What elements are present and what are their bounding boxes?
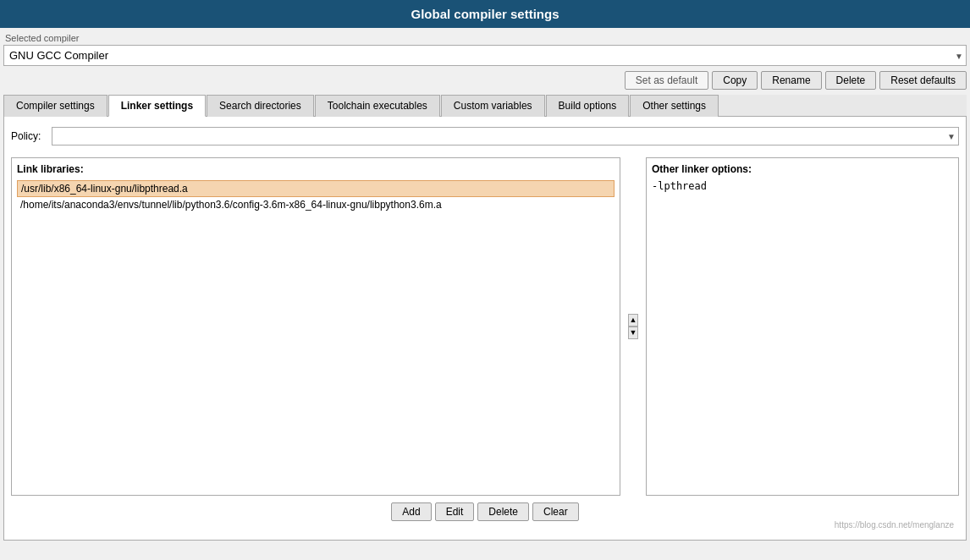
policy-label: Policy: [11, 130, 45, 142]
link-libraries-list: /usr/lib/x86_64-linux-gnu/libpthread.a /… [17, 180, 615, 490]
toolbar-buttons: Set as default Copy Rename Delete Reset … [3, 71, 967, 90]
splitter-up-button[interactable]: ▲ [628, 314, 639, 327]
content-area: Policy: ▼ Link libraries: /usr/lib/x86_6… [3, 117, 967, 541]
policy-row: Policy: ▼ [11, 124, 959, 149]
tab-build-options[interactable]: Build options [546, 95, 630, 117]
tab-compiler-settings[interactable]: Compiler settings [3, 95, 107, 117]
tabs-bar: Compiler settings Linker settings Search… [3, 95, 967, 117]
tab-search-directories[interactable]: Search directories [207, 95, 314, 117]
bottom-buttons: Add Edit Delete Clear [11, 502, 959, 521]
other-linker-textarea[interactable] [652, 180, 953, 490]
delete-lib-button[interactable]: Delete [477, 502, 529, 521]
left-panel: Link libraries: /usr/lib/x86_64-linux-gn… [11, 157, 620, 496]
main-content: Selected compiler GNU GCC CompilerMSVCCl… [0, 28, 970, 544]
add-button[interactable]: Add [391, 502, 431, 521]
right-panel: Other linker options: [646, 157, 959, 496]
panels: Link libraries: /usr/lib/x86_64-linux-gn… [11, 157, 959, 496]
list-item[interactable]: /home/its/anaconda3/envs/tunnel/lib/pyth… [17, 197, 615, 212]
selected-compiler-label: Selected compiler [5, 33, 967, 43]
tab-other-settings[interactable]: Other settings [630, 95, 719, 117]
link-libraries-title: Link libraries: [17, 163, 615, 175]
compiler-select-wrapper: GNU GCC CompilerMSVCClang ▼ [3, 45, 967, 66]
policy-select-wrapper: ▼ [52, 127, 959, 145]
edit-button[interactable]: Edit [435, 502, 475, 521]
policy-select[interactable] [52, 127, 959, 145]
clear-button[interactable]: Clear [532, 502, 579, 521]
reset-defaults-button[interactable]: Reset defaults [879, 71, 967, 90]
copy-button[interactable]: Copy [712, 71, 758, 90]
splitter[interactable]: ▲ ▼ [627, 157, 639, 496]
compiler-row: GNU GCC CompilerMSVCClang ▼ [3, 45, 967, 66]
list-item[interactable]: /usr/lib/x86_64-linux-gnu/libpthread.a [17, 180, 615, 197]
compiler-select[interactable]: GNU GCC CompilerMSVCClang [3, 45, 967, 66]
rename-button[interactable]: Rename [761, 71, 821, 90]
title-bar: Global compiler settings [0, 0, 970, 28]
set-default-button[interactable]: Set as default [625, 71, 708, 90]
tab-linker-settings[interactable]: Linker settings [108, 95, 206, 117]
tab-custom-variables[interactable]: Custom variables [441, 95, 545, 117]
delete-button[interactable]: Delete [825, 71, 877, 90]
watermark: https://blog.csdn.net/menglanze [835, 520, 954, 530]
other-linker-title: Other linker options: [652, 163, 953, 175]
tab-toolchain-executables[interactable]: Toolchain executables [315, 95, 440, 117]
title-label: Global compiler settings [411, 7, 559, 21]
splitter-down-button[interactable]: ▼ [628, 327, 639, 339]
watermark-container: https://blog.csdn.net/menglanze [11, 521, 959, 533]
